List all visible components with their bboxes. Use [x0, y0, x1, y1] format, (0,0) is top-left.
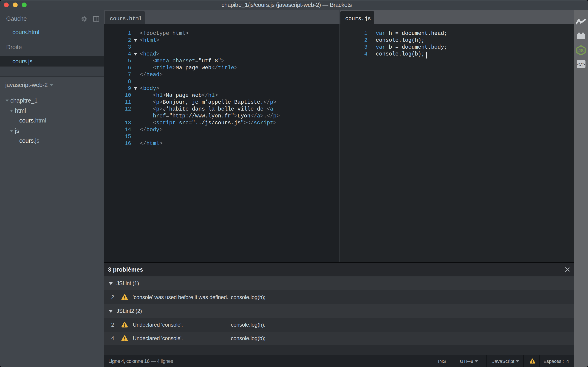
svg-text:</>: </>: [577, 62, 585, 67]
svg-text:JS: JS: [578, 48, 584, 53]
